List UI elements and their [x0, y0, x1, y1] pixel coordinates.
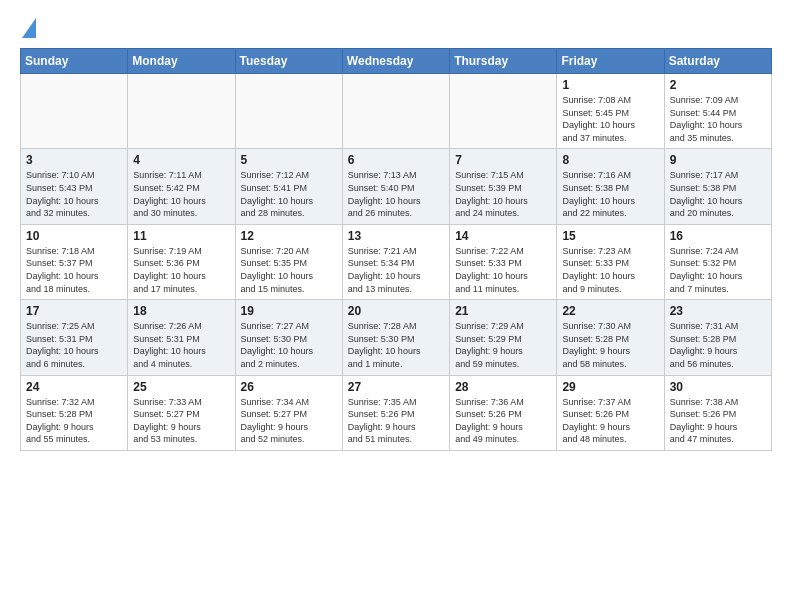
calendar-cell: 16Sunrise: 7:24 AMSunset: 5:32 PMDayligh… — [664, 224, 771, 299]
calendar-cell: 5Sunrise: 7:12 AMSunset: 5:41 PMDaylight… — [235, 149, 342, 224]
day-info: Sunrise: 7:12 AMSunset: 5:41 PMDaylight:… — [241, 169, 337, 219]
day-info: Sunrise: 7:22 AMSunset: 5:33 PMDaylight:… — [455, 245, 551, 295]
weekday-header: Saturday — [664, 49, 771, 74]
logo-triangle-icon — [22, 18, 36, 38]
calendar-cell: 2Sunrise: 7:09 AMSunset: 5:44 PMDaylight… — [664, 74, 771, 149]
calendar-cell: 7Sunrise: 7:15 AMSunset: 5:39 PMDaylight… — [450, 149, 557, 224]
calendar-cell: 20Sunrise: 7:28 AMSunset: 5:30 PMDayligh… — [342, 300, 449, 375]
day-number: 27 — [348, 380, 444, 394]
day-number: 6 — [348, 153, 444, 167]
calendar-header-row: SundayMondayTuesdayWednesdayThursdayFrid… — [21, 49, 772, 74]
day-number: 22 — [562, 304, 658, 318]
day-info: Sunrise: 7:25 AMSunset: 5:31 PMDaylight:… — [26, 320, 122, 370]
day-info: Sunrise: 7:29 AMSunset: 5:29 PMDaylight:… — [455, 320, 551, 370]
calendar-cell: 28Sunrise: 7:36 AMSunset: 5:26 PMDayligh… — [450, 375, 557, 450]
day-info: Sunrise: 7:10 AMSunset: 5:43 PMDaylight:… — [26, 169, 122, 219]
day-info: Sunrise: 7:08 AMSunset: 5:45 PMDaylight:… — [562, 94, 658, 144]
day-number: 17 — [26, 304, 122, 318]
header — [20, 20, 772, 38]
calendar-cell: 21Sunrise: 7:29 AMSunset: 5:29 PMDayligh… — [450, 300, 557, 375]
calendar-week-row: 3Sunrise: 7:10 AMSunset: 5:43 PMDaylight… — [21, 149, 772, 224]
day-number: 4 — [133, 153, 229, 167]
page: SundayMondayTuesdayWednesdayThursdayFrid… — [0, 0, 792, 461]
calendar-cell: 27Sunrise: 7:35 AMSunset: 5:26 PMDayligh… — [342, 375, 449, 450]
day-info: Sunrise: 7:28 AMSunset: 5:30 PMDaylight:… — [348, 320, 444, 370]
day-number: 13 — [348, 229, 444, 243]
calendar-cell: 10Sunrise: 7:18 AMSunset: 5:37 PMDayligh… — [21, 224, 128, 299]
calendar-cell: 30Sunrise: 7:38 AMSunset: 5:26 PMDayligh… — [664, 375, 771, 450]
weekday-header: Tuesday — [235, 49, 342, 74]
calendar-cell — [235, 74, 342, 149]
day-info: Sunrise: 7:35 AMSunset: 5:26 PMDaylight:… — [348, 396, 444, 446]
calendar-cell: 29Sunrise: 7:37 AMSunset: 5:26 PMDayligh… — [557, 375, 664, 450]
calendar-cell: 19Sunrise: 7:27 AMSunset: 5:30 PMDayligh… — [235, 300, 342, 375]
day-info: Sunrise: 7:17 AMSunset: 5:38 PMDaylight:… — [670, 169, 766, 219]
day-number: 23 — [670, 304, 766, 318]
calendar-cell: 3Sunrise: 7:10 AMSunset: 5:43 PMDaylight… — [21, 149, 128, 224]
day-number: 24 — [26, 380, 122, 394]
weekday-header: Friday — [557, 49, 664, 74]
day-number: 14 — [455, 229, 551, 243]
calendar-cell: 8Sunrise: 7:16 AMSunset: 5:38 PMDaylight… — [557, 149, 664, 224]
calendar-cell: 13Sunrise: 7:21 AMSunset: 5:34 PMDayligh… — [342, 224, 449, 299]
calendar-cell — [450, 74, 557, 149]
calendar-cell — [21, 74, 128, 149]
day-info: Sunrise: 7:21 AMSunset: 5:34 PMDaylight:… — [348, 245, 444, 295]
weekday-header: Wednesday — [342, 49, 449, 74]
day-number: 20 — [348, 304, 444, 318]
day-number: 7 — [455, 153, 551, 167]
day-info: Sunrise: 7:27 AMSunset: 5:30 PMDaylight:… — [241, 320, 337, 370]
calendar-cell: 12Sunrise: 7:20 AMSunset: 5:35 PMDayligh… — [235, 224, 342, 299]
day-info: Sunrise: 7:18 AMSunset: 5:37 PMDaylight:… — [26, 245, 122, 295]
day-info: Sunrise: 7:31 AMSunset: 5:28 PMDaylight:… — [670, 320, 766, 370]
calendar-cell: 26Sunrise: 7:34 AMSunset: 5:27 PMDayligh… — [235, 375, 342, 450]
calendar-cell: 18Sunrise: 7:26 AMSunset: 5:31 PMDayligh… — [128, 300, 235, 375]
day-number: 26 — [241, 380, 337, 394]
calendar-cell: 17Sunrise: 7:25 AMSunset: 5:31 PMDayligh… — [21, 300, 128, 375]
calendar-cell: 22Sunrise: 7:30 AMSunset: 5:28 PMDayligh… — [557, 300, 664, 375]
day-number: 3 — [26, 153, 122, 167]
weekday-header: Thursday — [450, 49, 557, 74]
calendar-cell: 25Sunrise: 7:33 AMSunset: 5:27 PMDayligh… — [128, 375, 235, 450]
calendar-week-row: 1Sunrise: 7:08 AMSunset: 5:45 PMDaylight… — [21, 74, 772, 149]
day-number: 28 — [455, 380, 551, 394]
calendar-week-row: 10Sunrise: 7:18 AMSunset: 5:37 PMDayligh… — [21, 224, 772, 299]
day-number: 8 — [562, 153, 658, 167]
day-info: Sunrise: 7:16 AMSunset: 5:38 PMDaylight:… — [562, 169, 658, 219]
day-number: 19 — [241, 304, 337, 318]
day-number: 16 — [670, 229, 766, 243]
weekday-header: Monday — [128, 49, 235, 74]
day-number: 21 — [455, 304, 551, 318]
day-number: 11 — [133, 229, 229, 243]
day-number: 25 — [133, 380, 229, 394]
calendar-cell: 14Sunrise: 7:22 AMSunset: 5:33 PMDayligh… — [450, 224, 557, 299]
day-info: Sunrise: 7:33 AMSunset: 5:27 PMDaylight:… — [133, 396, 229, 446]
weekday-header: Sunday — [21, 49, 128, 74]
calendar-cell: 24Sunrise: 7:32 AMSunset: 5:28 PMDayligh… — [21, 375, 128, 450]
calendar-cell — [342, 74, 449, 149]
day-number: 12 — [241, 229, 337, 243]
day-info: Sunrise: 7:20 AMSunset: 5:35 PMDaylight:… — [241, 245, 337, 295]
day-info: Sunrise: 7:37 AMSunset: 5:26 PMDaylight:… — [562, 396, 658, 446]
calendar-cell: 1Sunrise: 7:08 AMSunset: 5:45 PMDaylight… — [557, 74, 664, 149]
day-info: Sunrise: 7:34 AMSunset: 5:27 PMDaylight:… — [241, 396, 337, 446]
day-info: Sunrise: 7:26 AMSunset: 5:31 PMDaylight:… — [133, 320, 229, 370]
day-info: Sunrise: 7:36 AMSunset: 5:26 PMDaylight:… — [455, 396, 551, 446]
calendar-week-row: 17Sunrise: 7:25 AMSunset: 5:31 PMDayligh… — [21, 300, 772, 375]
day-info: Sunrise: 7:15 AMSunset: 5:39 PMDaylight:… — [455, 169, 551, 219]
day-number: 5 — [241, 153, 337, 167]
day-number: 15 — [562, 229, 658, 243]
calendar-cell: 11Sunrise: 7:19 AMSunset: 5:36 PMDayligh… — [128, 224, 235, 299]
day-number: 30 — [670, 380, 766, 394]
day-info: Sunrise: 7:30 AMSunset: 5:28 PMDaylight:… — [562, 320, 658, 370]
day-info: Sunrise: 7:32 AMSunset: 5:28 PMDaylight:… — [26, 396, 122, 446]
day-info: Sunrise: 7:09 AMSunset: 5:44 PMDaylight:… — [670, 94, 766, 144]
day-info: Sunrise: 7:23 AMSunset: 5:33 PMDaylight:… — [562, 245, 658, 295]
calendar-cell: 23Sunrise: 7:31 AMSunset: 5:28 PMDayligh… — [664, 300, 771, 375]
day-number: 9 — [670, 153, 766, 167]
day-info: Sunrise: 7:11 AMSunset: 5:42 PMDaylight:… — [133, 169, 229, 219]
calendar-cell — [128, 74, 235, 149]
day-info: Sunrise: 7:13 AMSunset: 5:40 PMDaylight:… — [348, 169, 444, 219]
day-info: Sunrise: 7:38 AMSunset: 5:26 PMDaylight:… — [670, 396, 766, 446]
calendar-cell: 4Sunrise: 7:11 AMSunset: 5:42 PMDaylight… — [128, 149, 235, 224]
